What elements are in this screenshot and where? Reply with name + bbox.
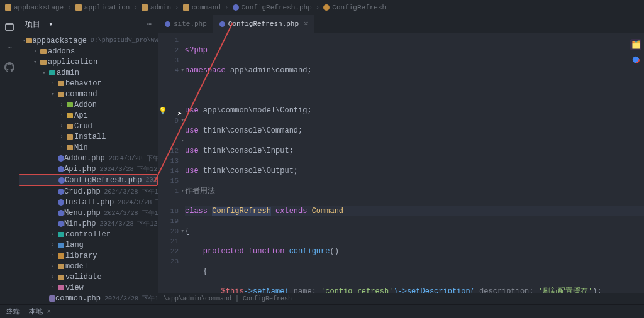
activity-bar: ⋯: [0, 15, 19, 304]
folder-icon: [142, 4, 148, 11]
php-icon: [58, 189, 64, 195]
tree-lang[interactable]: ›lang: [19, 239, 158, 250]
file-addon[interactable]: Addon.php2024/3/28 下午12:0: [19, 153, 158, 163]
editor: site.php ConfigRefresh.php× 123 4▾ 💡 9▾ …: [158, 15, 644, 304]
tree-application[interactable]: ▾application: [19, 57, 158, 67]
tree-view[interactable]: ›view: [19, 282, 158, 293]
folder-icon: [49, 70, 55, 75]
file-api[interactable]: Api.php2024/3/28 下午12:03: [19, 163, 158, 174]
folder-icon: [58, 92, 64, 97]
php-icon: [58, 221, 64, 227]
crumb-app[interactable]: application: [75, 4, 130, 11]
tab-terminal[interactable]: 终端: [6, 307, 20, 316]
folder-icon: [67, 134, 73, 140]
folder-icon: [58, 285, 64, 290]
bottom-panel-tabs: 终端 本地 ×: [0, 304, 644, 318]
status-path: \app\admin\command | ConfigRefresh: [158, 293, 644, 304]
tab-site[interactable]: site.php: [158, 15, 213, 33]
tab-configrefresh[interactable]: ConfigRefresh.php×: [213, 15, 314, 33]
folder-icon: [5, 4, 11, 11]
tool-icon-2[interactable]: [630, 54, 641, 65]
project-tree: ▾appbackstageD:\phpstudy_pro\WWW\app ›ad…: [19, 33, 158, 304]
tree-addons[interactable]: ›addons: [19, 46, 158, 57]
tab-bar: site.php ConfigRefresh.php×: [158, 15, 644, 33]
fold-icon[interactable]: ▾: [181, 226, 184, 236]
tree-dir-min[interactable]: ›Min: [19, 142, 158, 153]
file-crud[interactable]: Crud.php2024/3/28 下午12:03: [19, 186, 158, 197]
tree-dir-addon[interactable]: ›Addon: [19, 99, 158, 110]
crumb-root[interactable]: appbackstage: [5, 4, 64, 11]
chevron-right-icon: ›: [133, 4, 138, 11]
php-icon: [58, 155, 64, 162]
chevron-right-icon: ›: [67, 4, 72, 11]
close-icon[interactable]: ×: [304, 20, 308, 28]
tree-model[interactable]: ›model: [19, 261, 158, 271]
file-menu[interactable]: Menu.php2024/3/28 下午12:03: [19, 207, 158, 218]
php-icon: [233, 4, 239, 11]
php-icon: [165, 21, 170, 27]
code-area[interactable]: 123 4▾ 💡 9▾ ▾ 12131415 1▾ 1819 20▾ 21222…: [158, 33, 644, 293]
php-icon: [49, 295, 55, 302]
tree-library[interactable]: ›library: [19, 250, 158, 261]
fold-icon[interactable]: ▾: [181, 136, 184, 146]
fold-icon[interactable]: ▾: [181, 186, 184, 196]
bulb-icon[interactable]: 💡: [158, 106, 167, 116]
file-install[interactable]: Install.php2024/3/28 下午12: [19, 197, 158, 207]
github-icon[interactable]: [4, 62, 15, 73]
tab-local[interactable]: 本地 ×: [29, 307, 51, 316]
chevron-right-icon: ›: [316, 4, 320, 11]
php-icon: [219, 21, 225, 27]
crumb-class[interactable]: ConfigRefresh: [323, 4, 386, 11]
tree-dir-crud[interactable]: ›Crud: [19, 121, 158, 131]
folder-icon: [58, 253, 64, 259]
fold-icon[interactable]: ▾: [181, 116, 184, 126]
file-configrefresh[interactable]: ConfigRefresh.php2024/7/: [19, 175, 157, 185]
tree-admin[interactable]: ▾admin: [19, 67, 158, 78]
folder-icon: [58, 243, 64, 248]
php-icon: [58, 177, 65, 184]
sidebar: 项目 ▾⋯ ▾appbackstageD:\phpstudy_pro\WWW\a…: [19, 15, 158, 304]
folder-icon: [67, 102, 73, 107]
crumb-admin[interactable]: admin: [142, 4, 171, 11]
fold-icon[interactable]: ▾: [181, 65, 184, 75]
folder-icon: [67, 113, 73, 118]
folder-icon: [58, 81, 64, 86]
folder-icon: [67, 145, 73, 150]
tree-controller[interactable]: ›controller: [19, 229, 158, 239]
tree-dir-api[interactable]: ›Api: [19, 110, 158, 121]
tree-validate[interactable]: ›validate: [19, 271, 158, 282]
tree-command[interactable]: ▾command: [19, 89, 158, 99]
root-path: D:\phpstudy_pro\WWW\app: [91, 37, 158, 44]
sidebar-menu-icon[interactable]: ⋯: [147, 19, 152, 29]
folder-icon: [40, 60, 47, 65]
folder-icon: [26, 38, 32, 43]
folder-icon: [67, 124, 73, 129]
folder-icon: [75, 4, 82, 11]
folder-icon: [183, 4, 189, 11]
svg-rect-0: [6, 24, 13, 30]
chevron-right-icon: ›: [175, 4, 179, 11]
tree-behavior[interactable]: ›behavior: [19, 78, 158, 89]
folder-icon: [58, 275, 64, 280]
sidebar-title: 项目 ▾⋯: [19, 15, 158, 33]
php-icon: [58, 210, 64, 216]
gutter: 123 4▾ 💡 9▾ ▾ 12131415 1▾ 1819 20▾ 21222…: [158, 33, 185, 293]
file-min[interactable]: Min.php2024/3/28 下午12:03,: [19, 218, 158, 229]
php-icon: [58, 199, 64, 206]
project-icon[interactable]: [4, 21, 15, 33]
crumb-command[interactable]: command: [183, 4, 221, 11]
folder-icon: [58, 264, 64, 269]
folder-icon: [58, 232, 64, 237]
breadcrumb: appbackstage › application › admin › com…: [0, 0, 644, 15]
right-tool-icons: 🗂️: [630, 39, 641, 65]
close-icon[interactable]: ×: [47, 308, 52, 315]
class-icon: [323, 4, 330, 11]
tree-root[interactable]: ▾appbackstageD:\phpstudy_pro\WWW\app: [19, 35, 158, 46]
file-common[interactable]: common.php2024/3/28 下午12:: [19, 293, 158, 304]
tool-icon-1[interactable]: 🗂️: [630, 39, 641, 50]
chevron-right-icon: ›: [225, 4, 229, 11]
tree-dir-install[interactable]: ›Install: [19, 131, 158, 142]
highlight-annotation: ConfigRefresh.php2024/7/: [19, 174, 158, 186]
more-icon[interactable]: ⋯: [4, 41, 15, 53]
crumb-file[interactable]: ConfigRefresh.php: [233, 4, 312, 11]
